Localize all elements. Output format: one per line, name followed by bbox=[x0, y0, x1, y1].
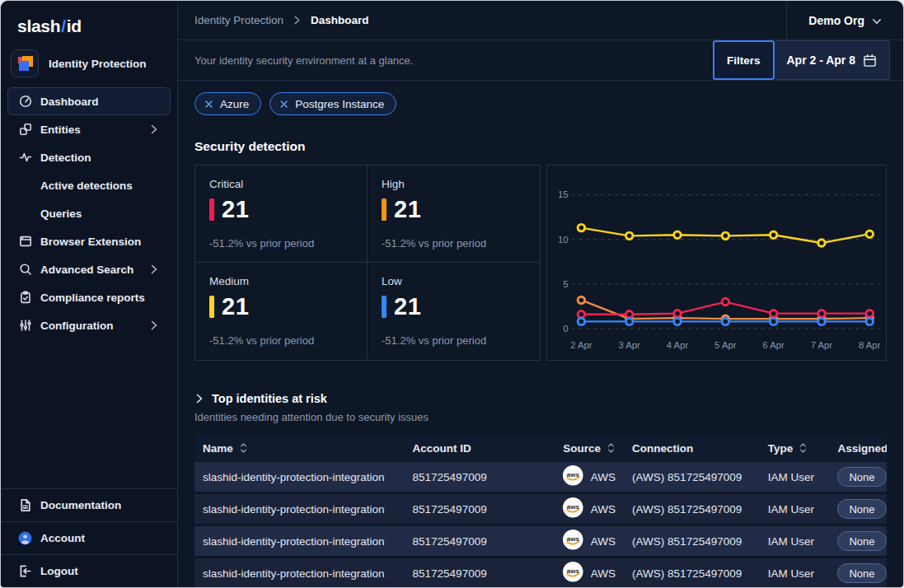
cell-source: awsAWS bbox=[555, 526, 624, 558]
sidebar-item-label: Browser Extension bbox=[40, 236, 141, 248]
identity-name: slashid-identity-protection-integration bbox=[203, 567, 385, 580]
logo-slash: / bbox=[60, 16, 67, 35]
sidebar-item-detection[interactable]: Detection bbox=[7, 143, 171, 171]
aws-icon: aws bbox=[563, 562, 583, 585]
sidebar-item-label: Dashboard bbox=[40, 96, 99, 108]
stat-value: 21 bbox=[222, 293, 249, 320]
calendar-icon bbox=[863, 54, 877, 68]
breadcrumb: Identity Protection Dashboard bbox=[178, 1, 369, 40]
cell-assigned-owner: None bbox=[829, 494, 887, 526]
logo-text: slash bbox=[17, 16, 60, 35]
filters-button[interactable]: Filters bbox=[713, 40, 775, 80]
stat-label: Medium bbox=[209, 275, 353, 287]
sidebar-item-documentation[interactable]: Documentation bbox=[1, 488, 177, 521]
table-header-row: NameAccount IDSourceConnectionTypeAssign… bbox=[194, 434, 887, 462]
clipboard-icon bbox=[19, 291, 32, 304]
activity-icon bbox=[19, 151, 32, 164]
column-header-name[interactable]: Name bbox=[194, 434, 405, 462]
severity-color-bar bbox=[209, 198, 214, 221]
cell-type: IAM User bbox=[760, 526, 830, 558]
column-header-source[interactable]: Source bbox=[555, 434, 624, 462]
assigned-owner-badge: None bbox=[837, 499, 886, 519]
org-name: Demo Org bbox=[808, 14, 864, 27]
sort-icon bbox=[239, 442, 248, 454]
close-icon[interactable] bbox=[279, 100, 288, 109]
close-icon[interactable] bbox=[204, 100, 213, 109]
filter-chip-label: Azure bbox=[220, 98, 249, 110]
stat-label: Critical bbox=[209, 178, 353, 190]
stat-label: High bbox=[382, 178, 526, 190]
svg-text:7 Apr: 7 Apr bbox=[811, 340, 833, 350]
cell-type: IAM User bbox=[760, 494, 830, 526]
breadcrumb-parent[interactable]: Identity Protection bbox=[194, 14, 283, 26]
aws-icon: aws bbox=[563, 465, 583, 488]
document-icon bbox=[18, 498, 32, 512]
logout-icon bbox=[18, 564, 32, 578]
severity-color-bar bbox=[209, 296, 214, 318]
cell-source: awsAWS bbox=[555, 462, 624, 494]
identity-name: slashid-identity-protection-integration bbox=[203, 471, 385, 483]
org-switcher[interactable]: Demo Org bbox=[786, 1, 903, 40]
stat-delta: -51.2% vs prior period bbox=[209, 237, 353, 250]
source-label: AWS bbox=[591, 471, 616, 483]
stat-value: 21 bbox=[222, 196, 249, 223]
type-label: IAM User bbox=[768, 503, 814, 516]
cell-connection: (AWS) 851725497009 bbox=[624, 462, 760, 494]
svg-text:4 Apr: 4 Apr bbox=[667, 340, 689, 350]
source-label: AWS bbox=[591, 503, 616, 516]
svg-text:3 Apr: 3 Apr bbox=[618, 340, 640, 350]
table-row[interactable]: slashid-identity-protection-integration8… bbox=[194, 494, 887, 526]
search-icon bbox=[19, 263, 32, 276]
sidebar-item-dashboard[interactable]: Dashboard bbox=[7, 87, 171, 115]
sidebar-item-entities[interactable]: Entities bbox=[7, 115, 171, 143]
detections-line-chart: 0510152 Apr3 Apr4 Apr5 Apr6 Apr7 Apr8 Ap… bbox=[552, 169, 881, 357]
severity-stats-grid: Critical 21 -51.2% vs prior periodHigh 2… bbox=[194, 165, 541, 361]
connection-label: (AWS) 851725497009 bbox=[632, 471, 742, 483]
sidebar-item-configuration[interactable]: Configuration bbox=[7, 311, 171, 339]
column-header-type[interactable]: Type bbox=[760, 434, 830, 462]
filter-chip-azure[interactable]: Azure bbox=[194, 92, 261, 115]
sidebar-item-compliance-reports[interactable]: Compliance reports bbox=[7, 283, 171, 311]
column-header-account-id: Account ID bbox=[405, 434, 555, 462]
column-label: Type bbox=[768, 442, 794, 455]
cell-name: slashid-identity-protection-integration bbox=[194, 558, 405, 587]
detections-chart-card: 0510152 Apr3 Apr4 Apr5 Apr6 Apr7 Apr8 Ap… bbox=[546, 165, 887, 361]
severity-color-bar bbox=[382, 296, 386, 318]
chevron-right-icon bbox=[149, 320, 159, 330]
cell-assigned-owner: None bbox=[829, 558, 887, 587]
connection-label: (AWS) 851725497009 bbox=[632, 503, 742, 516]
account-id: 851725497009 bbox=[413, 535, 487, 548]
sidebar-item-active-detections[interactable]: Active detections bbox=[7, 171, 171, 199]
sidebar-item-logout[interactable]: Logout bbox=[1, 554, 177, 587]
identities-table: NameAccount IDSourceConnectionTypeAssign… bbox=[194, 434, 887, 587]
sidebar-item-label: Entities bbox=[40, 124, 81, 136]
sidebar-item-browser-extension[interactable]: Browser Extension bbox=[7, 227, 171, 255]
severity-color-bar bbox=[382, 198, 386, 221]
gauge-icon bbox=[19, 95, 32, 108]
breadcrumb-separator-icon bbox=[293, 16, 302, 25]
cell-name: slashid-identity-protection-integration bbox=[194, 494, 405, 526]
cell-connection: (AWS) 851725497009 bbox=[624, 494, 760, 526]
sidebar-item-label: Documentation bbox=[40, 499, 121, 511]
filter-chip-postgres-instance[interactable]: Postgres Instance bbox=[269, 92, 396, 115]
page-subtitle: Your identity security environment at a … bbox=[178, 54, 413, 67]
sidebar-item-identity-protection[interactable]: Identity Protection bbox=[11, 49, 167, 77]
sidebar-item-account[interactable]: Account bbox=[1, 521, 177, 554]
breadcrumb-current: Dashboard bbox=[311, 14, 369, 26]
top-identities-toggle[interactable]: Top identities at risk bbox=[194, 392, 887, 405]
sidebar-item-advanced-search[interactable]: Advanced Search bbox=[7, 255, 171, 283]
cell-type: IAM User bbox=[760, 462, 830, 494]
table-row[interactable]: slashid-identity-protection-integration8… bbox=[194, 526, 887, 558]
avatar-icon bbox=[18, 531, 32, 545]
column-label: Account ID bbox=[413, 442, 471, 455]
date-range-button[interactable]: Apr 2 - Apr 8 bbox=[775, 40, 891, 80]
logo-text-2: id bbox=[67, 16, 82, 35]
sidebar-item-queries[interactable]: Queries bbox=[7, 199, 171, 227]
table-row[interactable]: slashid-identity-protection-integration8… bbox=[194, 462, 887, 494]
assigned-owner-badge: None bbox=[837, 563, 886, 583]
sidebar-item-label: Compliance reports bbox=[40, 292, 145, 304]
account-id: 851725497009 bbox=[413, 503, 487, 516]
table-row[interactable]: slashid-identity-protection-integration8… bbox=[194, 558, 887, 587]
subheader: Your identity security environment at a … bbox=[178, 40, 903, 81]
stat-label: Low bbox=[382, 275, 526, 287]
